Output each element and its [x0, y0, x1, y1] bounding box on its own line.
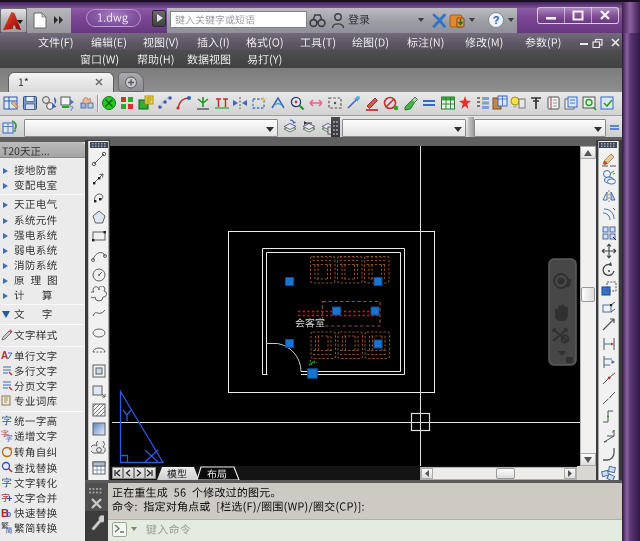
svg-text:A: A — [1, 350, 8, 361]
svg-text:?: ? — [69, 104, 74, 112]
svg-text:?: ? — [493, 14, 500, 26]
svg-text:b: b — [6, 509, 11, 519]
